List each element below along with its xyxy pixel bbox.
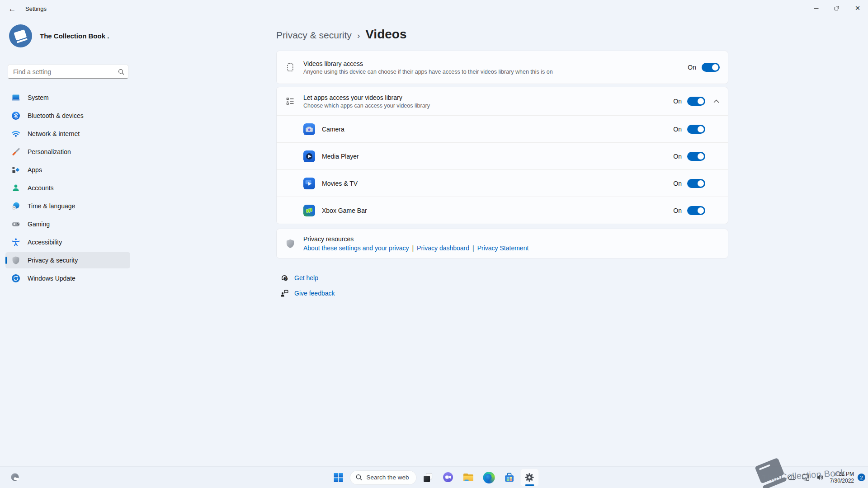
give-feedback-icon [278, 289, 290, 298]
media-player-app-icon [303, 150, 315, 162]
app-row-movies-tv: Movies & TV On [277, 169, 728, 197]
task-view-button[interactable] [419, 469, 437, 487]
sidebar-item-label: Windows Update [28, 275, 75, 282]
system-icon [11, 93, 20, 102]
sidebar-item-label: Time & language [28, 202, 75, 210]
sidebar-item-label: Personalization [28, 148, 71, 155]
windows-start-icon [333, 472, 344, 483]
setting-title: Videos library access [303, 60, 688, 67]
find-setting-searchbox[interactable] [8, 65, 128, 79]
settings-gear-icon [524, 471, 536, 483]
give-feedback-row: Give feedback [276, 286, 728, 301]
get-help-icon: ? [278, 274, 290, 282]
toggle-state-label: On [688, 64, 696, 71]
chevron-up-icon [713, 99, 719, 103]
link-privacy-statement[interactable]: Privacy Statement [477, 244, 529, 252]
sidebar-item-label: System [28, 94, 49, 101]
store-button[interactable] [500, 469, 518, 487]
give-feedback-link[interactable]: Give feedback [294, 290, 335, 297]
task-view-icon [422, 472, 434, 483]
clock[interactable]: 7:22 PM 7/30/2022 [830, 471, 854, 484]
start-button[interactable] [330, 469, 348, 487]
back-button[interactable]: ← [4, 2, 21, 16]
app-title: Settings [25, 5, 47, 12]
main-panel: Privacy & security › Videos Videos libra… [136, 18, 868, 466]
link-privacy-dashboard[interactable]: Privacy dashboard [417, 244, 469, 252]
taskbar-search[interactable]: Search the web [350, 470, 417, 485]
settings-button[interactable] [520, 469, 538, 487]
let-apps-header-row[interactable]: Let apps access your videos library Choo… [277, 87, 728, 115]
sidebar-item-windows-update[interactable]: Windows Update [5, 270, 130, 286]
xbox-game-bar-toggle[interactable] [687, 206, 705, 215]
svg-text:?: ? [284, 277, 286, 280]
toggle-state-label: On [673, 153, 682, 160]
app-name: Xbox Game Bar [322, 207, 367, 214]
camera-app-icon [303, 123, 315, 135]
sidebar-item-personalization[interactable]: Personalization [5, 144, 130, 160]
app-list-icon [285, 96, 295, 106]
privacy-resources-card: Privacy resources About these settings a… [276, 229, 728, 258]
file-explorer-button[interactable] [459, 469, 477, 487]
breadcrumb-parent[interactable]: Privacy & security [276, 30, 352, 41]
media-player-toggle[interactable] [687, 152, 705, 161]
volume-button[interactable] [813, 469, 827, 486]
get-help-link[interactable]: Get help [294, 274, 318, 282]
notification-badge[interactable]: 2 [858, 474, 865, 481]
widgets-button[interactable] [6, 469, 24, 487]
sidebar-item-system[interactable]: System [5, 89, 130, 106]
sidebar-item-bluetooth-devices[interactable]: Bluetooth & devices [5, 108, 130, 124]
setting-description: Choose which apps can access your videos… [303, 103, 673, 109]
sidebar-item-apps[interactable]: Apps [5, 162, 130, 178]
videos-library-access-card: Videos library access Anyone using this … [276, 51, 728, 84]
get-help-row: ? Get help [276, 270, 728, 286]
taskbar-search-label: Search the web [367, 474, 409, 481]
account-header: The Collection Book . [9, 24, 128, 47]
time-language-icon [11, 202, 20, 211]
videos-library-icon [285, 62, 296, 73]
chat-icon [442, 471, 454, 483]
sidebar: The Collection Book . System [0, 18, 136, 466]
movies-tv-toggle[interactable] [687, 179, 705, 188]
app-row-camera: Camera On [277, 115, 728, 142]
videos-library-access-toggle[interactable] [702, 63, 720, 72]
toggle-state-label: On [673, 98, 682, 105]
link-separator: | [472, 244, 474, 252]
collapse-button[interactable] [711, 96, 722, 107]
let-apps-access-toggle[interactable] [687, 97, 705, 106]
windows-update-icon [11, 274, 20, 283]
chat-button[interactable] [439, 469, 457, 487]
close-button[interactable]: × [847, 0, 868, 16]
account-name: The Collection Book . [40, 32, 109, 40]
movies-tv-app-icon [303, 178, 315, 189]
onedrive-cloud-icon [788, 474, 796, 481]
edge-button[interactable] [480, 469, 498, 487]
app-name: Movies & TV [322, 180, 358, 187]
sidebar-item-privacy-security[interactable]: Privacy & security [5, 252, 130, 268]
app-row-xbox-game-bar: Xbox Game Bar On [277, 197, 728, 224]
sidebar-nav: System Bluetooth & devices Network & [5, 89, 130, 286]
minimize-button[interactable] [806, 0, 826, 16]
privacy-resources-title: Privacy resources [303, 235, 720, 243]
camera-toggle[interactable] [687, 125, 705, 134]
sidebar-item-label: Network & internet [28, 130, 80, 137]
onedrive-button[interactable] [785, 469, 799, 486]
toggle-state-label: On [673, 180, 682, 187]
volume-icon [816, 474, 824, 481]
sidebar-item-network-internet[interactable]: Network & internet [5, 126, 130, 142]
sidebar-item-label: Gaming [28, 221, 50, 228]
clock-date: 7/30/2022 [830, 478, 854, 484]
search-input[interactable] [13, 68, 118, 75]
restore-button[interactable] [826, 0, 847, 16]
sidebar-item-gaming[interactable]: Gaming [5, 216, 130, 232]
sidebar-item-label: Privacy & security [28, 257, 78, 264]
minimize-icon [814, 6, 819, 11]
bluetooth-icon [11, 111, 20, 120]
sidebar-item-time-language[interactable]: Time & language [5, 198, 130, 214]
sidebar-item-accounts[interactable]: Accounts [5, 180, 130, 196]
restore-icon [834, 5, 840, 11]
link-about-settings-privacy[interactable]: About these settings and your privacy [303, 244, 409, 252]
personalization-icon [11, 147, 20, 156]
tray-show-hidden-button[interactable] [771, 469, 785, 486]
network-tray-button[interactable] [799, 469, 813, 486]
sidebar-item-accessibility[interactable]: Accessibility [5, 234, 130, 250]
